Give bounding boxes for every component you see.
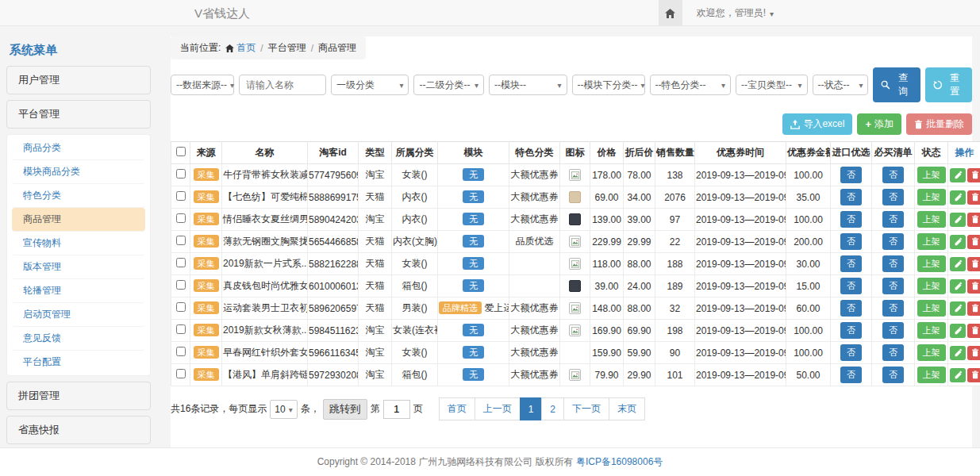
edit-button[interactable] (950, 213, 966, 227)
row-checkbox[interactable] (176, 302, 186, 312)
edit-button[interactable] (950, 324, 966, 338)
sidebar-item-启动页管理[interactable]: 启动页管理 (12, 303, 145, 327)
sidebar-item-模块商品分类[interactable]: 模块商品分类 (12, 160, 145, 184)
edit-button[interactable] (950, 190, 966, 205)
page-button-上一页[interactable]: 上一页 (475, 397, 521, 420)
page-button-下一页[interactable]: 下一页 (563, 397, 609, 420)
must-buy-toggle-button[interactable]: 否 (882, 255, 904, 272)
edit-button[interactable] (950, 368, 966, 382)
page-button-首页[interactable]: 首页 (439, 397, 475, 420)
status-button[interactable]: 上架 (917, 255, 946, 272)
delete-button[interactable] (967, 235, 980, 249)
sidebar-item-平台配置[interactable]: 平台配置 (12, 351, 145, 374)
user-menu[interactable]: 欢迎您，管理员! (697, 6, 774, 20)
home-button[interactable] (659, 0, 682, 26)
imported-toggle-button[interactable]: 否 (840, 367, 862, 383)
must-buy-toggle-button[interactable]: 否 (882, 322, 904, 339)
filter-select-二级分类[interactable]: --二级分类-- (413, 75, 484, 95)
sidebar-item-轮播管理[interactable]: 轮播管理 (12, 279, 145, 303)
status-button[interactable]: 上架 (917, 211, 946, 228)
status-button[interactable]: 上架 (917, 367, 946, 383)
sidebar-item-商品管理[interactable]: 商品管理 (12, 208, 145, 232)
imported-toggle-button[interactable]: 否 (840, 322, 862, 339)
must-buy-toggle-button[interactable]: 否 (882, 367, 904, 383)
delete-button[interactable] (967, 301, 980, 316)
row-checkbox[interactable] (176, 213, 186, 223)
status-button[interactable]: 上架 (917, 189, 946, 205)
status-button[interactable]: 上架 (917, 233, 946, 250)
filter-select-一级分类[interactable]: 一级分类 (331, 75, 409, 95)
edit-button[interactable] (950, 346, 966, 360)
delete-button[interactable] (967, 257, 980, 271)
filter-select-宝贝类型[interactable]: --宝贝类型-- (736, 75, 808, 95)
breadcrumb-item[interactable]: 平台管理 (268, 41, 306, 55)
batch-delete-button[interactable]: 批量删除 (906, 113, 972, 135)
delete-button[interactable] (967, 368, 980, 382)
imported-toggle-button[interactable]: 否 (840, 300, 862, 317)
imported-toggle-button[interactable]: 否 (840, 344, 862, 361)
must-buy-toggle-button[interactable]: 否 (882, 211, 904, 228)
icp-link[interactable]: 粤ICP备16098006号 (576, 455, 663, 469)
row-checkbox[interactable] (176, 280, 186, 290)
status-button[interactable]: 上架 (917, 300, 946, 317)
filter-select-模块[interactable]: --模块-- (489, 75, 567, 95)
page-button-1[interactable]: 1 (520, 397, 543, 420)
search-button[interactable]: 查询 (873, 67, 920, 102)
row-checkbox[interactable] (176, 236, 186, 245)
edit-button[interactable] (950, 279, 966, 294)
row-checkbox[interactable] (176, 347, 186, 356)
sidebar-item-宣传物料[interactable]: 宣传物料 (12, 232, 145, 255)
delete-button[interactable] (967, 190, 980, 205)
sidebar-item-特色分类[interactable]: 特色分类 (12, 184, 145, 208)
imported-toggle-button[interactable]: 否 (840, 189, 862, 205)
filter-select-模块下分类[interactable]: --模块下分类-- (572, 75, 645, 95)
select-all-checkbox[interactable] (176, 147, 186, 156)
jump-button[interactable]: 跳转到 (323, 399, 367, 420)
must-buy-toggle-button[interactable]: 否 (882, 300, 904, 317)
edit-button[interactable] (950, 301, 966, 316)
status-button[interactable]: 上架 (917, 344, 946, 361)
sidebar-group-平台管理[interactable]: 平台管理 (6, 100, 151, 129)
delete-button[interactable] (967, 213, 980, 227)
edit-button[interactable] (950, 168, 966, 182)
edit-button[interactable] (950, 257, 966, 271)
name-search-input[interactable] (239, 75, 326, 95)
sidebar-group-省惠快报[interactable]: 省惠快报 (6, 416, 151, 444)
row-checkbox[interactable] (176, 191, 186, 201)
add-button[interactable]: 添加 (857, 113, 901, 135)
sidebar-group-拼团管理[interactable]: 拼团管理 (6, 382, 151, 410)
sidebar-item-版本管理[interactable]: 版本管理 (12, 255, 145, 279)
row-checkbox[interactable] (176, 369, 186, 378)
imported-toggle-button[interactable]: 否 (840, 278, 862, 294)
status-button[interactable]: 上架 (917, 322, 946, 339)
status-button[interactable]: 上架 (917, 278, 946, 294)
reset-button[interactable]: 重置 (925, 67, 972, 102)
delete-button[interactable] (967, 168, 980, 182)
sidebar-item-商品分类[interactable]: 商品分类 (12, 136, 145, 160)
row-checkbox[interactable] (176, 258, 186, 267)
filter-select-数据来源[interactable]: --数据来源-- (171, 75, 234, 95)
filter-select-特色分类[interactable]: --特色分类-- (650, 75, 731, 95)
per-page-select[interactable]: 10 (270, 400, 297, 419)
row-checkbox[interactable] (176, 169, 186, 178)
delete-button[interactable] (967, 346, 980, 360)
delete-button[interactable] (967, 324, 980, 338)
status-button[interactable]: 上架 (917, 167, 946, 183)
imported-toggle-button[interactable]: 否 (840, 167, 862, 183)
page-number-input[interactable] (383, 400, 410, 419)
breadcrumb-home-link[interactable]: 首页 (225, 41, 256, 55)
must-buy-toggle-button[interactable]: 否 (882, 189, 904, 205)
must-buy-toggle-button[interactable]: 否 (882, 278, 904, 294)
must-buy-toggle-button[interactable]: 否 (882, 167, 904, 183)
page-button-2[interactable]: 2 (541, 397, 564, 420)
edit-button[interactable] (950, 235, 966, 249)
imported-toggle-button[interactable]: 否 (840, 255, 862, 272)
filter-select-状态[interactable]: --状态-- (813, 75, 869, 95)
row-checkbox[interactable] (176, 324, 186, 334)
page-button-末页[interactable]: 末页 (609, 397, 645, 420)
imported-toggle-button[interactable]: 否 (840, 211, 862, 228)
sidebar-item-意见反馈[interactable]: 意见反馈 (12, 327, 145, 351)
sidebar-group-用户管理[interactable]: 用户管理 (6, 66, 151, 94)
import-excel-button[interactable]: 导入excel (782, 113, 852, 135)
must-buy-toggle-button[interactable]: 否 (882, 233, 904, 250)
